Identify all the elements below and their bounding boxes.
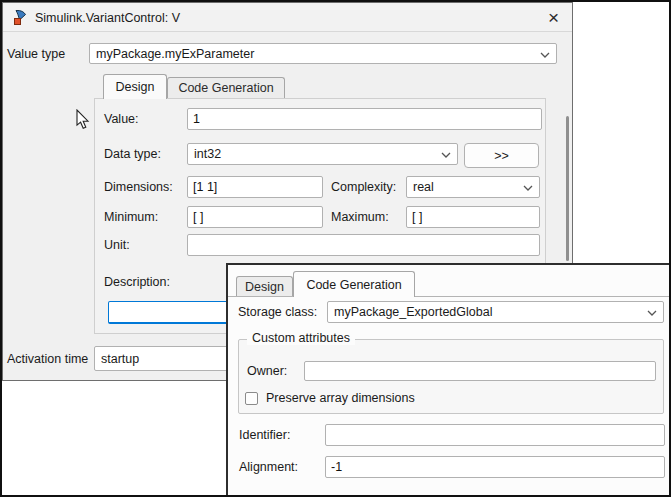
data-type-value: int32 bbox=[194, 147, 437, 161]
value-type-dropdown[interactable]: myPackage.myExParameter bbox=[89, 43, 557, 64]
custom-attributes-group: Custom attributes Owner: Preserve array … bbox=[238, 339, 664, 414]
code-generation-panel: Design Code Generation Storage class: my… bbox=[226, 263, 671, 497]
chevron-down-icon bbox=[647, 305, 657, 319]
maximum-label: Maximum: bbox=[331, 206, 389, 228]
owner-input[interactable] bbox=[304, 361, 656, 381]
unit-input[interactable] bbox=[187, 234, 540, 256]
minimum-input[interactable] bbox=[187, 206, 323, 228]
owner-input-wrap bbox=[304, 361, 656, 381]
data-type-label: Data type: bbox=[104, 143, 161, 165]
complexity-value: real bbox=[413, 180, 519, 194]
alignment-input-wrap bbox=[325, 456, 665, 478]
complexity-label: Complexity: bbox=[331, 176, 396, 198]
data-type-assistant-button[interactable]: >> bbox=[464, 143, 539, 168]
tab-design[interactable]: Design bbox=[103, 74, 167, 99]
tab-code-generation[interactable]: Code Generation bbox=[167, 77, 285, 98]
identifier-input[interactable] bbox=[325, 424, 665, 446]
minimum-input-wrap bbox=[187, 206, 323, 228]
title-bar: Simulink.VariantControl: V × bbox=[3, 3, 572, 32]
close-icon: × bbox=[548, 7, 559, 29]
close-button[interactable]: × bbox=[540, 5, 567, 30]
expand-button-label: >> bbox=[494, 149, 509, 163]
preserve-array-dimensions-label: Preserve array dimensions bbox=[266, 390, 415, 406]
window-title: Simulink.VariantControl: V bbox=[35, 3, 180, 32]
alignment-label: Alignment: bbox=[239, 456, 298, 478]
value-label: Value: bbox=[104, 108, 139, 130]
custom-attributes-title: Custom attributes bbox=[247, 331, 355, 345]
chevron-down-icon bbox=[523, 180, 533, 194]
dimensions-label: Dimensions: bbox=[104, 176, 173, 198]
maximum-input[interactable] bbox=[406, 206, 540, 228]
preserve-array-dimensions-checkbox[interactable] bbox=[245, 392, 258, 405]
activation-time-label: Activation time bbox=[7, 346, 88, 371]
identifier-input-wrap bbox=[325, 424, 665, 446]
complexity-dropdown[interactable]: real bbox=[406, 176, 540, 198]
data-type-dropdown[interactable]: int32 bbox=[187, 143, 458, 165]
storage-class-label: Storage class: bbox=[238, 301, 317, 323]
tab-code-generation-label: Code Generation bbox=[178, 81, 273, 95]
tab-design-label: Design bbox=[245, 280, 284, 294]
description-label: Description: bbox=[104, 273, 170, 291]
minimum-label: Minimum: bbox=[104, 206, 158, 228]
dimensions-input[interactable] bbox=[187, 176, 323, 198]
unit-input-wrap bbox=[187, 234, 540, 256]
alignment-input[interactable] bbox=[325, 456, 665, 478]
tab-design[interactable]: Design bbox=[236, 276, 293, 296]
value-type-value: myPackage.myExParameter bbox=[96, 47, 536, 61]
storage-class-value: myPackage_ExportedGlobal bbox=[334, 305, 643, 319]
tab-code-generation[interactable]: Code Generation bbox=[293, 271, 415, 297]
vertical-scrollbar-thumb[interactable] bbox=[566, 116, 569, 261]
tab-design-label: Design bbox=[116, 80, 155, 94]
tab-code-generation-label: Code Generation bbox=[306, 278, 401, 292]
value-input[interactable] bbox=[187, 108, 542, 130]
storage-class-dropdown[interactable]: myPackage_ExportedGlobal bbox=[327, 301, 664, 323]
chevron-down-icon bbox=[540, 47, 550, 61]
maximum-input-wrap bbox=[406, 206, 540, 228]
value-type-label: Value type bbox=[7, 41, 65, 66]
value-input-wrap bbox=[187, 108, 542, 130]
simulink-variant-icon bbox=[12, 9, 29, 26]
chevron-down-icon bbox=[441, 147, 451, 161]
identifier-label: Identifier: bbox=[239, 424, 290, 446]
dimensions-input-wrap bbox=[187, 176, 323, 198]
owner-label: Owner: bbox=[247, 361, 287, 381]
unit-label: Unit: bbox=[104, 234, 130, 256]
